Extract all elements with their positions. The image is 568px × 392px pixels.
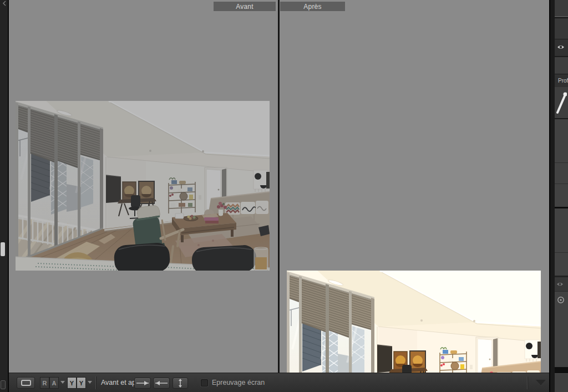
before-after-dropdown-arrow-icon[interactable] (88, 381, 92, 384)
panel-section (555, 292, 568, 367)
panel-section (555, 208, 568, 252)
basic-panel-edge (555, 87, 568, 118)
before-after-view-button-2[interactable]: Y (77, 377, 86, 389)
panel-header-edge (555, 39, 568, 56)
right-panel-edge[interactable]: Prof (549, 0, 568, 392)
loupe-view-button[interactable] (17, 377, 35, 389)
panel-header-edge (555, 277, 568, 291)
arrow-right-icon (136, 380, 149, 386)
left-panel-edge[interactable] (0, 0, 9, 392)
panel-section (555, 184, 568, 207)
interior-scene-graphic (16, 101, 270, 271)
view-toolbar: R A Y Y Avant et après : (9, 373, 549, 392)
right-panel-border (549, 0, 555, 392)
after-label: Après (280, 2, 345, 11)
left-scrollbar-thumb[interactable] (1, 242, 5, 256)
compare-view-reference-button[interactable]: R (40, 377, 49, 389)
panel-section (555, 119, 568, 162)
lightroom-before-after-view: Avant Après R A Y Y Avant et après : (0, 0, 568, 392)
eye-icon[interactable] (556, 281, 564, 287)
panel-section (555, 0, 568, 16)
eyedropper-icon[interactable] (556, 90, 567, 115)
compare-view-dropdown-arrow-icon[interactable] (60, 381, 65, 384)
loupe-view-icon (21, 380, 31, 386)
eye-icon[interactable] (557, 44, 565, 50)
arrow-left-icon (155, 380, 168, 386)
left-strip-button[interactable] (1, 380, 6, 389)
copy-before-to-after-button[interactable] (134, 378, 151, 389)
pane-divider (278, 0, 280, 373)
panel-section (555, 163, 568, 184)
compare-canvas: Avant Après (9, 0, 549, 373)
right-panel-sections: Prof (555, 0, 568, 392)
right-panel-bottom-corner (555, 373, 568, 392)
swap-before-after-button[interactable] (173, 378, 188, 389)
panel-section (555, 57, 568, 74)
toolbar-separator (95, 376, 96, 389)
copy-after-to-before-button[interactable] (153, 378, 170, 389)
histogram-edge (555, 18, 568, 39)
soft-proof-label[interactable]: Epreuvage écran (212, 379, 265, 386)
panel-divider (555, 367, 568, 373)
soft-proof-checkbox[interactable] (201, 379, 208, 386)
profile-label: Prof (555, 74, 568, 87)
target-adjustment-icon[interactable] (557, 296, 565, 304)
swap-arrows-icon (177, 379, 184, 388)
before-label: Avant (214, 2, 276, 11)
panel-section (555, 253, 568, 276)
before-after-view-button-1[interactable]: Y (67, 377, 77, 389)
before-photo[interactable] (16, 101, 270, 271)
chevron-left-icon (2, 1, 7, 6)
chevron-down-icon[interactable] (536, 380, 546, 385)
compare-view-active-button[interactable]: A (49, 377, 59, 389)
toolbar-separator (527, 376, 528, 389)
